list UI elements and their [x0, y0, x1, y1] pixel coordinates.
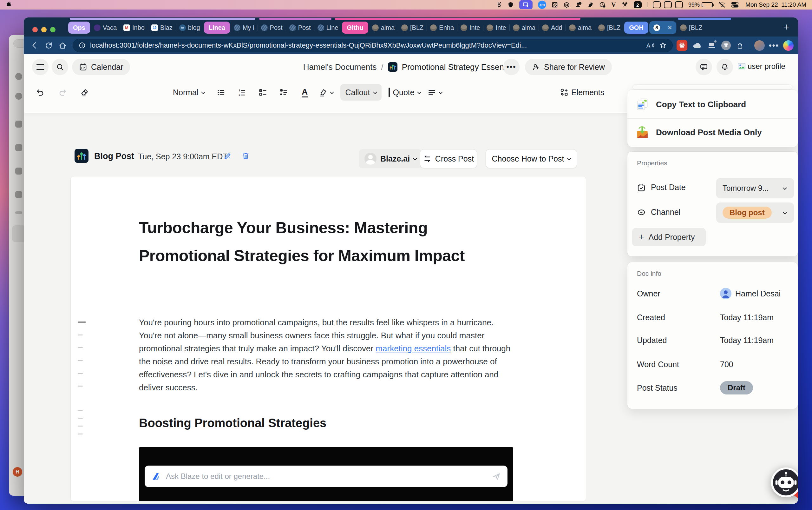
browser-tab[interactable]: Inbo: [121, 21, 148, 34]
callout-button[interactable]: Callout: [340, 84, 382, 101]
browser-tab[interactable]: Post: [287, 21, 314, 34]
breadcrumb-document[interactable]: Promotional Strategy Essentials: [402, 62, 519, 72]
account-selector[interactable]: Blaze.ai: [359, 149, 422, 168]
read-aloud-icon[interactable]: A: [646, 41, 655, 50]
browser-tab[interactable]: My i: [231, 21, 257, 34]
browser-tab[interactable]: [649, 21, 676, 34]
alignment-button[interactable]: [427, 85, 442, 100]
line-handle[interactable]: [78, 321, 86, 323]
back-button[interactable]: [28, 39, 41, 52]
minimize-window-button[interactable]: [41, 27, 47, 32]
document-editor[interactable]: Turbocharge Your Business: Mastering Pro…: [70, 176, 586, 502]
url-text[interactable]: localhost:3001/folders/hamel-s-documents…: [90, 41, 641, 50]
extension-react-icon[interactable]: [676, 40, 687, 51]
quote-button[interactable]: Quote: [389, 88, 420, 97]
active-desktop-badge[interactable]: 2: [634, 1, 642, 8]
document-heading-2[interactable]: Boosting Promotional Strategies: [139, 416, 326, 430]
calendar-button[interactable]: Calendar: [72, 59, 130, 75]
user-profile[interactable]: user profile: [738, 62, 785, 71]
delete-post-button[interactable]: [241, 151, 250, 160]
browser-tab[interactable]: alma: [510, 21, 538, 34]
download-media-menu-item[interactable]: Download Post Media Only: [627, 118, 798, 146]
battery-indicator[interactable]: 99%: [688, 2, 713, 8]
wifi-off-icon[interactable]: [718, 2, 726, 8]
browser-tab[interactable]: Linea: [204, 22, 230, 34]
maximize-window-button[interactable]: [50, 27, 56, 32]
elements-button[interactable]: Elements: [560, 85, 604, 100]
extension-puzzle-icon[interactable]: [735, 40, 746, 51]
copy-text-menu-item[interactable]: Copy Text to Clipboard: [627, 90, 798, 118]
choose-how-to-post-button[interactable]: Choose How to Post: [486, 149, 577, 168]
leaf-icon[interactable]: [587, 2, 594, 8]
hamburger-menu-button[interactable]: [32, 59, 49, 75]
browser-tab[interactable]: Inte: [458, 21, 483, 34]
browser-tab[interactable]: Line: [314, 21, 341, 34]
comments-button[interactable]: [696, 59, 712, 75]
new-tab-button[interactable]: +: [783, 22, 789, 33]
tab-close-icon[interactable]: [668, 24, 672, 31]
browser-tab[interactable]: Enha: [427, 21, 457, 34]
extension-laptop-icon[interactable]: [706, 40, 717, 51]
close-window-button[interactable]: [32, 27, 38, 32]
stats-icon[interactable]: [496, 1, 502, 8]
share-for-review-button[interactable]: Share for Review: [525, 59, 612, 75]
clear-formatting-button[interactable]: [78, 85, 92, 100]
zoom-app-icon[interactable]: zm: [538, 1, 546, 9]
add-property-button[interactable]: + Add Property: [632, 228, 706, 246]
browser-tab[interactable]: blog: [176, 21, 203, 34]
media-placeholder[interactable]: Ask Blaze to edit or generate...: [139, 447, 513, 502]
document-title[interactable]: Turbocharge Your Business: Mastering Pro…: [139, 214, 481, 270]
sketch-box-icon[interactable]: [551, 2, 558, 8]
keys-icon[interactable]: [621, 2, 628, 8]
screen-share-icon[interactable]: [519, 0, 533, 9]
viscosity-icon[interactable]: V: [611, 1, 616, 8]
favorites-star-icon[interactable]: [659, 41, 667, 49]
post-datetime[interactable]: Tue, Sep 23 9:00am EDT: [138, 152, 228, 161]
site-info-icon[interactable]: [79, 42, 86, 49]
browser-tab[interactable]: GOH: [624, 22, 648, 34]
support-chat-button[interactable]: [771, 467, 798, 498]
numbered-list-button[interactable]: 12: [235, 85, 249, 100]
browser-tab[interactable]: [BLZ: [595, 21, 623, 34]
home-button[interactable]: [56, 39, 69, 52]
cross-post-button[interactable]: Cross Post: [420, 149, 477, 168]
openai-icon[interactable]: [563, 2, 570, 8]
address-bar[interactable]: localhost:3001/folders/hamel-s-documents…: [72, 39, 673, 52]
ai-prompt-input[interactable]: Ask Blaze to edit or generate...: [145, 465, 508, 487]
desktop-badge[interactable]: [653, 1, 661, 8]
copilot-icon[interactable]: [783, 40, 793, 51]
redo-button[interactable]: [56, 85, 69, 100]
document-paragraph[interactable]: You're pouring hours into promotional ca…: [139, 316, 516, 394]
refresh-button[interactable]: [42, 39, 55, 52]
clock-lock-icon[interactable]: [599, 2, 606, 8]
desktop-badge[interactable]: [664, 1, 672, 8]
browser-tab[interactable]: Vaca: [91, 21, 120, 34]
more-options-button[interactable]: •••: [503, 59, 519, 75]
browser-tab[interactable]: Blaz: [148, 21, 175, 34]
shield-icon[interactable]: [508, 1, 514, 8]
breadcrumb-folder[interactable]: Hamel's Documents: [303, 62, 377, 72]
search-button[interactable]: [52, 59, 68, 75]
send-icon[interactable]: [492, 472, 501, 481]
user-notification-icon[interactable]: 1: [575, 1, 582, 8]
browser-tab[interactable]: Ops: [68, 22, 90, 34]
paragraph-style-dropdown[interactable]: Normal: [170, 88, 207, 97]
browser-tab[interactable]: Post: [258, 21, 285, 34]
post-date-value-dropdown[interactable]: Tomorrow 9...: [716, 178, 794, 198]
browser-tab[interactable]: [BLZ: [398, 21, 426, 34]
check-list-button[interactable]: [256, 85, 270, 100]
edit-date-button[interactable]: [223, 151, 232, 160]
channel-value-dropdown[interactable]: Blog post: [716, 202, 794, 223]
browser-tab[interactable]: Add: [539, 21, 565, 34]
text-color-button[interactable]: A: [298, 85, 312, 100]
desktop-badge[interactable]: [675, 1, 683, 8]
extension-cloud-icon[interactable]: [691, 40, 702, 51]
browser-profile-avatar[interactable]: [754, 40, 765, 51]
browser-tab[interactable]: Githu: [342, 22, 368, 34]
owner-value[interactable]: Hamel Desai: [720, 288, 781, 299]
undo-button[interactable]: [33, 85, 47, 100]
control-center-icon[interactable]: [731, 2, 739, 8]
marketing-essentials-link[interactable]: marketing essentials: [375, 344, 451, 353]
bullet-list-button[interactable]: [214, 85, 228, 100]
browser-tab[interactable]: alma: [566, 21, 594, 34]
